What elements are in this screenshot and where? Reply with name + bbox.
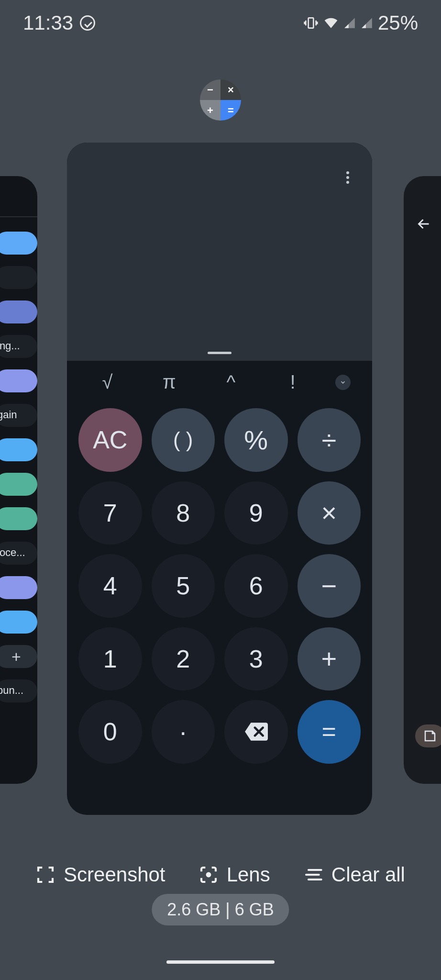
list-item: loce... [0,542,37,565]
clear-all-button[interactable]: Clear all [304,863,405,886]
add-icon: + [0,645,37,668]
wifi-icon [323,15,339,31]
minus-button[interactable]: − [298,554,361,618]
screenshot-icon [36,865,55,884]
divide-button[interactable]: ÷ [298,408,361,472]
digit-3-button[interactable]: 3 [224,627,288,691]
clear-all-label: Clear all [331,863,405,886]
equals-button[interactable]: = [298,700,361,764]
ac-button[interactable]: AC [78,408,142,472]
signal-2-icon [361,17,373,29]
list-item: gain [0,404,37,427]
svg-point-1 [207,873,210,877]
lens-label: Lens [227,863,270,886]
pi-button[interactable]: π [150,371,188,393]
factorial-button[interactable]: ! [274,371,312,393]
lens-button[interactable]: Lens [199,863,270,886]
parentheses-button[interactable]: ( ) [152,408,215,472]
digit-4-button[interactable]: 4 [78,554,142,618]
backspace-button[interactable] [224,700,288,764]
digit-5-button[interactable]: 5 [152,554,215,618]
battery-text: 25% [378,11,418,34]
backspace-icon [244,720,268,744]
digit-1-button[interactable]: 1 [78,627,142,691]
chevron-down-icon [340,379,346,386]
signal-1-icon [343,17,356,29]
vibrate-icon [303,15,319,31]
recent-app-card-right[interactable] [404,176,441,784]
digit-8-button[interactable]: 8 [152,481,215,545]
status-bar: 11:33 25% [0,0,441,46]
screenshot-label: Screenshot [64,863,165,886]
recent-app-card-calculator[interactable]: √ π ^ ! AC ( ) % ÷ 7 8 9 × 4 5 6 − 1 2 3… [67,143,372,815]
screenshot-button[interactable]: Screenshot [36,863,165,886]
calculator-app-icon[interactable]: −×+= [200,79,241,121]
decimal-button[interactable]: · [152,700,215,764]
status-time: 11:33 [23,11,73,34]
more-options-icon[interactable] [346,171,349,184]
clear-all-icon [304,865,323,884]
memory-usage-badge: 2.6 GB | 6 GB [152,894,289,925]
sticker-button[interactable] [415,724,441,747]
list-item: bun... [0,679,37,702]
multiply-button[interactable]: × [298,481,361,545]
digit-2-button[interactable]: 2 [152,627,215,691]
recent-app-card-left[interactable]: J ing... gain loce... + bun... [0,176,37,784]
list-item: ing... [0,335,37,358]
back-button[interactable] [415,215,432,234]
digit-9-button[interactable]: 9 [224,481,288,545]
svg-rect-0 [309,18,314,28]
digit-0-button[interactable]: 0 [78,700,142,764]
expand-functions-button[interactable] [335,375,351,390]
percent-button[interactable]: % [224,408,288,472]
status-right: 25% [303,11,418,34]
power-button[interactable]: ^ [212,371,250,393]
navigation-handle[interactable] [166,960,275,964]
tasker-icon [80,15,95,31]
plus-button[interactable]: + [298,627,361,691]
sqrt-button[interactable]: √ [88,371,127,393]
display-handle[interactable] [208,352,232,354]
calculator-display [67,143,372,361]
digit-7-button[interactable]: 7 [78,481,142,545]
sticker-icon [423,729,437,743]
digit-6-button[interactable]: 6 [224,554,288,618]
arrow-left-icon [415,215,432,233]
lens-icon [199,865,218,884]
